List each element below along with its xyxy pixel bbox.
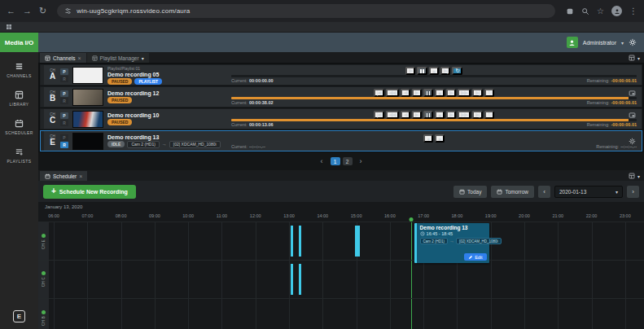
tab-label: Scheduler [53, 173, 77, 179]
stop-button[interactable]: ■ [435, 111, 445, 119]
rewind-button[interactable]: ◀◀ [386, 89, 399, 97]
sidebar-item-library[interactable]: LIBRARY [9, 90, 28, 107]
hour-label: 17:00 [418, 213, 429, 218]
forward-icon[interactable]: → [23, 7, 32, 15]
fast-forward-button[interactable]: ▶▶ [458, 89, 471, 97]
loop-button[interactable]: ↻ [484, 89, 494, 97]
browser-menu-icon[interactable]: ⋮ [629, 7, 637, 15]
play-button[interactable]: ▶ [405, 67, 415, 75]
sidebar-item-scheduler[interactable]: SCHEDULER [5, 119, 33, 135]
pause-button[interactable] [417, 67, 427, 75]
event-edit-button[interactable]: Edit [464, 253, 486, 261]
date-prev-button[interactable]: ‹ [538, 186, 550, 198]
apps-grid-icon[interactable] [6, 24, 12, 30]
page-prev-button[interactable]: ‹ [321, 157, 323, 165]
step-back-button[interactable]: ◀ [401, 111, 410, 119]
layout-caret-icon[interactable]: ▾ [637, 173, 640, 179]
layout-grid-icon[interactable] [629, 173, 635, 179]
address-bar[interactable]: win-uug5cgkriqm.rossvideo.com/aura [57, 4, 555, 18]
drag-handle[interactable] [41, 131, 44, 151]
record-mode-button[interactable]: R [60, 98, 68, 104]
back-icon[interactable]: ← [7, 7, 15, 15]
stop-button[interactable]: ■ [429, 67, 439, 75]
layout-caret-icon[interactable]: ▾ [637, 55, 640, 61]
skip-end-button[interactable]: ▶| [472, 89, 483, 97]
schedule-new-recording-button[interactable]: + Schedule New Recording [43, 185, 136, 199]
sidebar-item-channels[interactable]: CHANNELS [7, 62, 31, 78]
extension-icon[interactable] [566, 7, 574, 15]
skip-end-button[interactable]: ▶| [472, 111, 483, 119]
event-chip: Cam 2 (HD1) [420, 238, 449, 244]
drag-handle[interactable] [41, 87, 44, 107]
rewind-button[interactable]: ◀◀ [386, 111, 399, 119]
expand-icon[interactable] [629, 90, 636, 97]
user-menu-caret-icon[interactable]: ▾ [621, 40, 624, 46]
pause-button[interactable] [423, 111, 434, 119]
loop-button[interactable]: ↻ [484, 111, 494, 119]
record-button[interactable]: ● [423, 134, 433, 143]
recording-bar[interactable] [291, 264, 293, 295]
recording-bar[interactable] [299, 264, 301, 295]
tab-channels[interactable]: Channels× [40, 53, 86, 63]
close-icon[interactable]: × [79, 173, 82, 179]
grid-line [390, 299, 391, 329]
page-next-button[interactable]: › [360, 157, 362, 165]
settings-gear-icon[interactable] [629, 38, 637, 46]
drag-handle[interactable] [41, 109, 44, 129]
record-mode-button[interactable]: R [60, 76, 68, 82]
pause-button[interactable] [423, 89, 434, 97]
record-mode-button[interactable]: R [60, 120, 68, 126]
bookmark-star-icon[interactable]: ☆ [597, 7, 604, 15]
scheduler-row-track[interactable] [49, 299, 644, 329]
page-button-2[interactable]: 2 [343, 157, 353, 165]
site-info-icon[interactable] [64, 7, 72, 15]
search-icon[interactable] [581, 7, 589, 15]
tomorrow-button[interactable]: Tomorrow [491, 186, 534, 198]
skip-end-button[interactable]: ▶| [440, 67, 451, 75]
channel-info: Demo recording 10PAUSED [107, 112, 228, 125]
browser-profile-avatar[interactable] [611, 6, 622, 16]
stop-button[interactable]: ■ [435, 134, 445, 143]
today-button[interactable]: Today [453, 186, 487, 198]
expand-icon[interactable] [629, 112, 636, 119]
drag-handle[interactable] [41, 65, 44, 85]
recording-bar[interactable] [299, 226, 301, 257]
page-button-1[interactable]: 1 [331, 157, 340, 165]
record-mode-button[interactable]: R [60, 142, 68, 148]
play-mode-button[interactable]: P [60, 68, 68, 75]
current-time-line [411, 261, 412, 298]
step-back-button[interactable]: ◀ [401, 89, 410, 97]
tab-scheduler[interactable]: Scheduler × [40, 171, 87, 181]
play-mode-button[interactable]: P [60, 112, 68, 119]
close-icon[interactable]: × [77, 55, 81, 61]
channel-row-c[interactable]: CHCPRDemo recording 10PAUSED|◀◀◀◀▶■▶▶▶▶|… [40, 108, 642, 129]
loop-button[interactable]: ↻ [452, 67, 462, 75]
play-button[interactable]: ▶ [412, 89, 422, 97]
scheduler-row-track[interactable]: Demo recording 1316:45 - 18:45Cam 2 (HD1… [49, 222, 644, 260]
step-forward-button[interactable]: ▶ [446, 111, 456, 119]
play-button[interactable]: ▶ [412, 111, 422, 119]
play-mode-button[interactable]: P [60, 90, 68, 97]
skip-start-button[interactable]: |◀ [374, 89, 384, 97]
play-mode-button[interactable]: P [60, 134, 68, 141]
reload-icon[interactable]: ↻ [39, 7, 46, 15]
recording-bar[interactable] [355, 226, 360, 257]
channel-row-a[interactable]: CHAPRPlaylist/Playlist 01Demo recording … [40, 64, 642, 86]
layout-grid-icon[interactable] [629, 55, 635, 61]
user-avatar[interactable] [567, 37, 578, 48]
date-next-button[interactable]: › [627, 186, 639, 198]
fast-forward-button[interactable]: ▶▶ [458, 111, 471, 119]
tab-playlist-manager[interactable]: Playlist Manager▾ [87, 53, 149, 63]
channel-row-e[interactable]: CHEPRDemo recording 13IDLECam 2 (HD1)→[0… [40, 130, 642, 151]
stop-button[interactable]: ■ [435, 89, 445, 97]
gear-icon[interactable] [629, 138, 636, 145]
event-chip: [02] XDCAM_HD_1080i [456, 238, 502, 244]
recording-bar[interactable] [291, 226, 293, 257]
scheduled-event[interactable]: Demo recording 1316:45 - 18:45Cam 2 (HD1… [414, 223, 489, 263]
channel-row-b[interactable]: CHBPRDemo recording 12PAUSED|◀◀◀◀▶■▶▶▶▶|… [40, 86, 642, 107]
scheduler-row-track[interactable] [49, 261, 644, 298]
sidebar-item-playlists[interactable]: PLAYLISTS [7, 147, 32, 164]
skip-start-button[interactable]: |◀ [374, 111, 384, 119]
step-forward-button[interactable]: ▶ [446, 89, 456, 97]
date-picker[interactable]: 2020-01-13 ▾ [554, 186, 623, 198]
